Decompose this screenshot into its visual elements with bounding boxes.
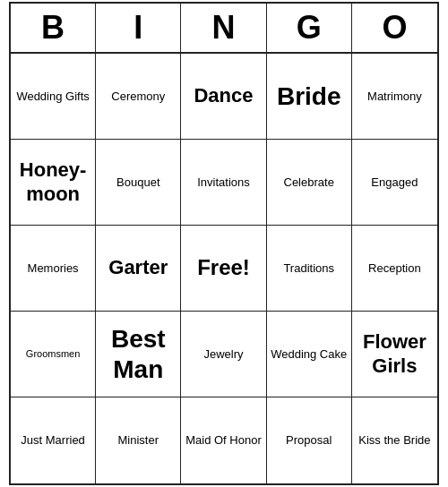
bingo-cell: Bride [267, 54, 352, 140]
bingo-cell: Bouquet [96, 140, 181, 226]
header-letter: N [181, 4, 266, 52]
bingo-cell: Traditions [267, 226, 352, 312]
bingo-header: BINGO [11, 4, 437, 54]
bingo-cell: Flower Girls [352, 312, 437, 397]
bingo-cell: Wedding Gifts [11, 54, 96, 140]
bingo-cell: Wedding Cake [267, 312, 352, 397]
bingo-cell: Ceremony [96, 54, 181, 140]
bingo-cell: Honey-moon [11, 140, 96, 226]
bingo-cell: Dance [181, 54, 266, 140]
bingo-cell: Free! [181, 226, 266, 312]
header-letter: O [352, 4, 437, 52]
bingo-cell: Memories [11, 226, 96, 312]
bingo-cell: Best Man [96, 312, 181, 397]
header-letter: I [96, 4, 181, 52]
bingo-cell: Just Married [11, 397, 96, 483]
header-letter: B [11, 4, 96, 52]
bingo-grid: Wedding GiftsCeremonyDanceBrideMatrimony… [11, 54, 437, 483]
bingo-cell: Celebrate [267, 140, 352, 226]
bingo-cell: Jewelry [181, 312, 266, 397]
bingo-cell: Minister [96, 397, 181, 483]
bingo-cell: Proposal [267, 397, 352, 483]
bingo-cell: Reception [352, 226, 437, 312]
bingo-cell: Maid Of Honor [181, 397, 266, 483]
bingo-cell: Matrimony [352, 54, 437, 140]
bingo-cell: Kiss the Bride [352, 397, 437, 483]
bingo-cell: Groomsmen [11, 312, 96, 397]
bingo-card: BINGO Wedding GiftsCeremonyDanceBrideMat… [9, 2, 439, 485]
bingo-cell: Invitations [181, 140, 266, 226]
bingo-cell: Garter [96, 226, 181, 312]
header-letter: G [267, 4, 352, 52]
bingo-cell: Engaged [352, 140, 437, 226]
